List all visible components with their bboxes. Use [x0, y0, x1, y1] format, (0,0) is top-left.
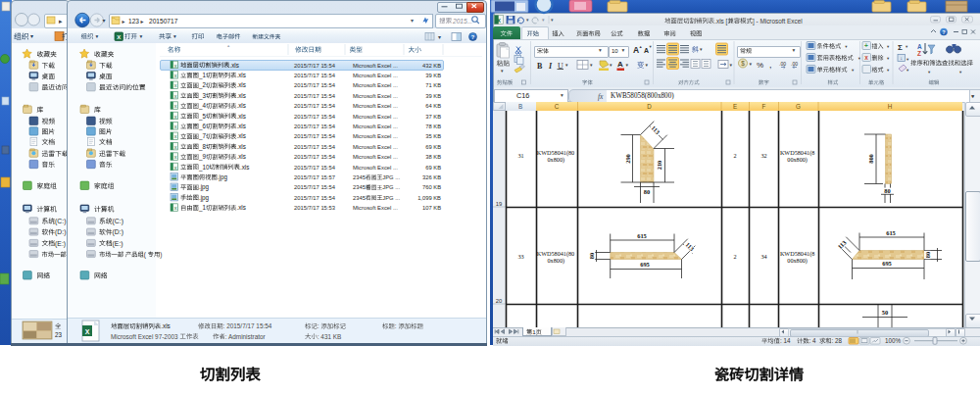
svg-text:80: 80: [644, 188, 650, 195]
svg-text:▾: ▾: [928, 70, 931, 74]
svg-text:2015/7/17 15:54: 2015/7/17 15:54: [294, 144, 336, 150]
svg-text:A: A: [917, 43, 922, 50]
svg-text:▾: ▾: [610, 62, 612, 68]
svg-text:0x800): 0x800): [548, 156, 565, 164]
svg-text:71 KB: 71 KB: [425, 82, 441, 88]
svg-text:fx: fx: [598, 92, 604, 101]
svg-text:JPG ...: JPG ...: [382, 184, 400, 190]
svg-text:Microsoft Excel ...: Microsoft Excel ...: [353, 144, 398, 150]
svg-text:0x800): 0x800): [548, 257, 565, 265]
svg-text:▾: ▾: [793, 47, 796, 53]
svg-text:x: x: [174, 93, 177, 99]
svg-text:▾: ▾: [526, 17, 529, 23]
svg-text:B: B: [518, 103, 522, 110]
svg-text:_1: _1: [198, 72, 207, 79]
svg-text:2345: 2345: [353, 195, 366, 201]
svg-text:38 KB: 38 KB: [425, 154, 441, 160]
svg-text:x: x: [174, 144, 177, 150]
svg-text:32: 32: [760, 152, 766, 159]
svg-text:695: 695: [640, 261, 650, 268]
svg-text::: :: [318, 322, 319, 329]
svg-text:▾: ▾: [852, 68, 855, 73]
svg-text:2015/7/17 15:54: 2015/7/17 15:54: [294, 93, 336, 99]
svg-text:_9: _9: [198, 153, 207, 161]
svg-text:: 14: : 14: [780, 337, 791, 344]
svg-text:Microsoft Excel ...: Microsoft Excel ...: [353, 82, 398, 88]
svg-text:.xls: .xls: [236, 204, 245, 211]
svg-text:+: +: [864, 42, 868, 49]
svg-text:▾: ▾: [845, 44, 848, 49]
svg-text:210: 210: [656, 161, 662, 171]
svg-text:Microsoft Excel ...: Microsoft Excel ...: [353, 63, 398, 69]
svg-text:33: 33: [517, 253, 523, 260]
svg-text:): ): [103, 251, 105, 259]
svg-text:KWD58041(8: KWD58041(8: [780, 149, 814, 157]
svg-text:▾: ▾: [887, 44, 890, 49]
svg-text:E: E: [733, 103, 737, 110]
svg-text:Microsoft Excel ...: Microsoft Excel ...: [353, 205, 398, 211]
svg-text:Σ: Σ: [898, 43, 903, 52]
svg-text:2015/7/17 15:54: 2015/7/17 15:54: [294, 103, 336, 109]
svg-text:▸: ▸: [122, 19, 125, 25]
svg-text:_6: _6: [198, 123, 207, 130]
svg-text:34: 34: [760, 253, 766, 260]
svg-text:▾: ▾: [626, 62, 629, 68]
svg-text:▾: ▾: [906, 44, 908, 49]
svg-text:_4: _4: [198, 102, 207, 110]
svg-text:): ): [160, 251, 162, 259]
svg-text:↓: ↓: [900, 55, 903, 61]
svg-text:39 KB: 39 KB: [425, 93, 441, 99]
svg-text:2: 2: [733, 253, 736, 260]
svg-text:2015/7/17 15:57: 2015/7/17 15:57: [294, 174, 335, 180]
svg-text:A: A: [644, 47, 649, 54]
svg-text:2015/7/17 15:54: 2015/7/17 15:54: [294, 195, 336, 201]
svg-text:_10: _10: [198, 164, 210, 172]
svg-text:.xls: .xls: [240, 164, 249, 171]
svg-text:1,099 KB: 1,099 KB: [417, 195, 441, 201]
svg-text:1: 1: [532, 328, 536, 335]
svg-text:A: A: [633, 45, 639, 55]
svg-text:KWD58041(8: KWD58041(8: [780, 250, 814, 258]
svg-text:69 KB: 69 KB: [425, 165, 441, 171]
svg-text:▾: ▾: [173, 33, 176, 39]
svg-text:78 KB: 78 KB: [425, 123, 441, 129]
svg-text:▾: ▾: [906, 68, 909, 73]
svg-text:I: I: [548, 62, 553, 71]
svg-text:_7: _7: [198, 132, 207, 140]
svg-text:69 KB: 69 KB: [425, 144, 441, 150]
svg-text:.xls: .xls: [236, 102, 245, 109]
svg-text:50: 50: [882, 309, 888, 316]
svg-text:,: ,: [769, 60, 772, 70]
svg-text:x: x: [174, 82, 177, 88]
svg-text:▾: ▾: [96, 33, 99, 39]
svg-text:Microsoft Excel ...: Microsoft Excel ...: [353, 165, 398, 171]
svg-text:37 KB: 37 KB: [425, 114, 441, 120]
svg-text:B: B: [537, 62, 543, 71]
svg-text:Microsoft Excel ...: Microsoft Excel ...: [353, 93, 398, 99]
svg-text:%: %: [757, 61, 763, 70]
svg-text:2015/7/17 15:54: 2015/7/17 15:54: [294, 184, 336, 190]
svg-text:C16: C16: [516, 91, 529, 100]
svg-text:.jpg: .jpg: [199, 183, 210, 191]
svg-text:2015/7/17 15:54: 2015/7/17 15:54: [294, 82, 336, 88]
svg-text:: Administrator: : Administrator: [225, 333, 267, 340]
svg-text:2345: 2345: [353, 174, 366, 180]
svg-text:.xls: .xls: [229, 62, 238, 69]
svg-text:20150717: 20150717: [149, 18, 178, 25]
svg-text:31: 31: [517, 152, 523, 159]
svg-text:123: 123: [128, 18, 139, 25]
svg-text:_3: _3: [198, 92, 207, 100]
svg-text:80: 80: [588, 253, 595, 259]
svg-text:00x800): 00x800): [787, 257, 808, 265]
svg-text:▾: ▾: [622, 47, 625, 53]
svg-text:▾: ▾: [858, 56, 861, 61]
svg-text:▾: ▾: [103, 18, 106, 24]
svg-text:x: x: [174, 114, 177, 120]
svg-text:A: A: [617, 60, 623, 69]
svg-text:00x800): 00x800): [787, 156, 808, 164]
svg-text:(D:): (D:): [113, 228, 123, 236]
svg-text:(D:): (D:): [55, 228, 66, 236]
svg-text:: 4: : 4: [809, 337, 816, 344]
svg-text:▾: ▾: [565, 62, 568, 68]
svg-text:H: H: [888, 103, 893, 110]
